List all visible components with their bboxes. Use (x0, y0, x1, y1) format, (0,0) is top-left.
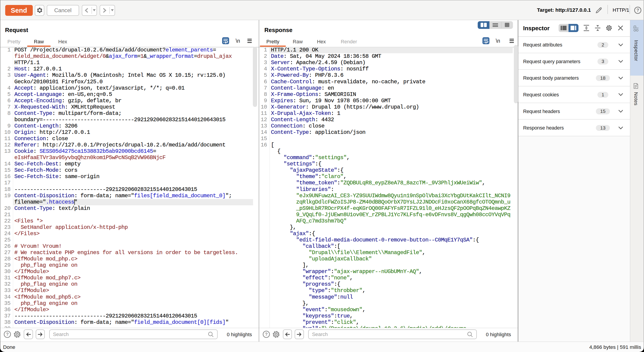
svg-text:?: ? (265, 332, 268, 337)
svg-text:?: ? (636, 8, 639, 13)
svg-text:?: ? (6, 332, 8, 337)
